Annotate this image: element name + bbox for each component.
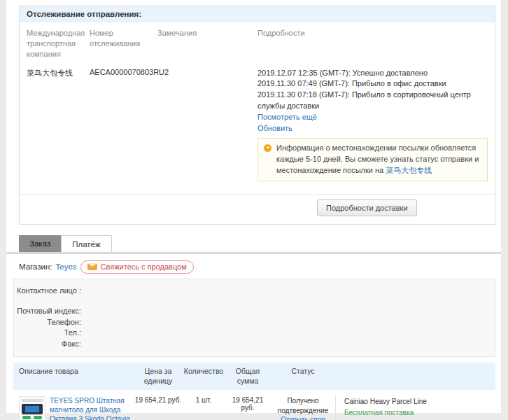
open-dispute-link[interactable]: Открыть спор bbox=[281, 416, 325, 420]
order-table-header: Описание товара Цена за единицу Количест… bbox=[13, 363, 495, 390]
tracking-number: AECA0000070803RU2 bbox=[90, 68, 157, 188]
see-more-link[interactable]: Посмотреть ещё bbox=[257, 112, 488, 123]
tracking-event: 2019.12.07 12:35 (GMT-7): Успешно достав… bbox=[257, 68, 488, 79]
product-image[interactable] bbox=[19, 396, 45, 420]
shipping-method: Cainiao Heavy Parcel Line bbox=[344, 396, 495, 407]
tracking-notice: Информация о местонахождении посылки обн… bbox=[257, 138, 488, 181]
col-carrier-header: Международная транспортная компания bbox=[27, 28, 90, 59]
free-shipping-label: Бесплатная поставка bbox=[344, 407, 495, 419]
quantity-cell: 1 шт. bbox=[183, 396, 225, 420]
tracking-table-header: Международная транспортная компания Номе… bbox=[27, 28, 488, 68]
tracking-row: 菜鸟大包专线 AECA0000070803RU2 2019.12.07 12:3… bbox=[27, 68, 488, 194]
col-quantity-header: Количество bbox=[183, 367, 225, 386]
main-content: Отслеживание отправления: Международная … bbox=[6, 0, 501, 413]
fax-label: Факс: bbox=[14, 339, 81, 349]
contact-box: Контактное лицо : Почтовый индекс: Телеф… bbox=[13, 279, 495, 357]
shipping-info-cell: Cainiao Heavy Parcel Line Бесплатная пос… bbox=[335, 396, 495, 420]
refresh-link[interactable]: Обновить bbox=[257, 123, 488, 134]
tracking-event: 2019.11.30 07:49 (GMT-7): Прибыло в офис… bbox=[257, 78, 488, 90]
tab-payment[interactable]: Платёж bbox=[61, 235, 111, 252]
details-cell: 2019.12.07 12:35 (GMT-7): Успешно достав… bbox=[257, 68, 488, 188]
spacer bbox=[14, 296, 495, 306]
status-cell: Получено подтверждение Открыть спор bbox=[271, 396, 335, 420]
tab-underline bbox=[6, 252, 501, 254]
col-description-header: Описание товара bbox=[13, 367, 134, 386]
product-image-detail bbox=[34, 416, 42, 419]
tracking-event: 2019.11.30 07:18 (GMT-7): Прибыло в сорт… bbox=[257, 90, 488, 112]
store-row: Магазин: Teyes Свяжитесь с продавцом bbox=[19, 260, 501, 274]
col-number-header: Номер отслеживания bbox=[90, 28, 157, 59]
col-status-header: Статус bbox=[271, 367, 335, 386]
order-tabs: Заказ Платёж bbox=[19, 235, 501, 252]
envelope-icon bbox=[87, 263, 97, 270]
product-image-detail bbox=[22, 416, 31, 419]
delivery-details-button[interactable]: Подробности доставки bbox=[317, 200, 417, 216]
order-items-table: Описание товара Цена за единицу Количест… bbox=[13, 363, 495, 420]
bulb-icon bbox=[264, 144, 271, 152]
col-shipping-header bbox=[335, 367, 495, 386]
product-title-link[interactable]: TEYES SPRO Штатная магнитола для Шкода О… bbox=[50, 396, 134, 420]
postcode-label: Почтовый индекс: bbox=[14, 306, 81, 316]
remarks-cell bbox=[157, 68, 257, 188]
tel-label: Тел.: bbox=[14, 328, 81, 338]
store-label: Магазин: bbox=[19, 262, 52, 271]
order-item-row: TEYES SPRO Штатная магнитола для Шкода О… bbox=[13, 390, 495, 420]
contact-person-label: Контактное лицо : bbox=[14, 286, 81, 296]
contact-seller-label: Свяжитесь с продавцом bbox=[101, 262, 187, 271]
tab-order[interactable]: Заказ bbox=[19, 235, 61, 252]
tracking-events: 2019.12.07 12:35 (GMT-7): Успешно достав… bbox=[257, 68, 488, 113]
tracking-panel-title: Отслеживание отправления: bbox=[20, 6, 495, 22]
carrier-site-link[interactable]: 菜鸟大包专线 bbox=[386, 166, 432, 174]
notice-text: Информация о местонахождении посылки обн… bbox=[276, 143, 481, 176]
product-image-detail bbox=[22, 399, 43, 402]
col-details-header: Подробности bbox=[257, 28, 488, 59]
col-remarks-header: Замечания bbox=[157, 28, 257, 59]
tracking-panel: Отслеживание отправления: Международная … bbox=[19, 6, 495, 225]
col-unit-price-header: Цена за единицу bbox=[134, 367, 183, 386]
product-image-detail bbox=[25, 406, 39, 412]
contact-seller-button[interactable]: Свяжитесь с продавцом bbox=[80, 260, 194, 274]
status-text: Получено подтверждение bbox=[271, 396, 335, 416]
tracking-table: Международная транспортная компания Номе… bbox=[20, 22, 495, 194]
unit-price-cell: 19 654,21 руб. bbox=[134, 396, 183, 420]
store-name-link[interactable]: Teyes bbox=[56, 262, 77, 271]
order-page: Отслеживание отправления: Международная … bbox=[0, 0, 508, 420]
tracking-panel-footer: Подробности доставки bbox=[20, 194, 495, 224]
col-total-header: Общая сумма bbox=[225, 367, 271, 386]
phone-label: Телефон: bbox=[14, 317, 81, 328]
carrier-name: 菜鸟大包专线 bbox=[27, 68, 90, 188]
total-price-cell: 19 654,21 руб. bbox=[225, 396, 271, 420]
item-description-cell: TEYES SPRO Штатная магнитола для Шкода О… bbox=[13, 396, 134, 420]
product-info: TEYES SPRO Штатная магнитола для Шкода О… bbox=[50, 396, 134, 420]
